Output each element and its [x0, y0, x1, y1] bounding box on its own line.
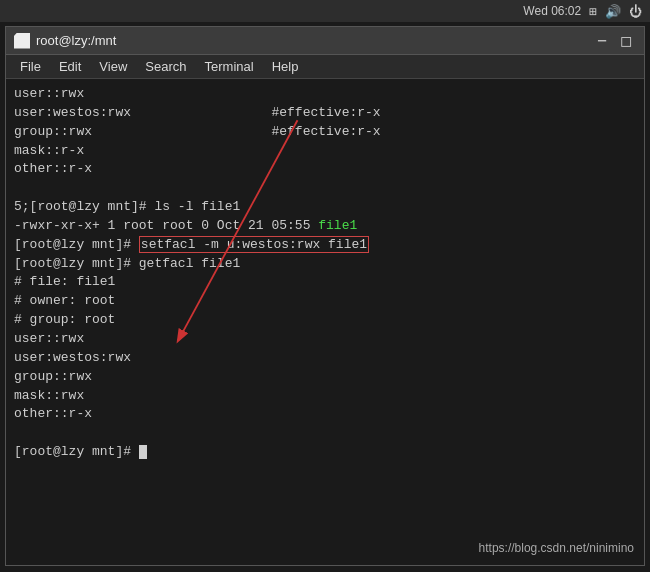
terminal-line: # group: root [14, 311, 636, 330]
terminal-line: -rwxr-xr-x+ 1 root root 0 Oct 21 05:55 f… [14, 217, 636, 236]
terminal-line [14, 424, 636, 443]
terminal-window: root@lzy:/mnt − □ File Edit View Search … [5, 26, 645, 566]
terminal-line: other::r-x [14, 160, 636, 179]
terminal-line: other::r-x [14, 405, 636, 424]
command-highlight: setfacl -m u:westos:rwx file1 [139, 236, 369, 253]
menu-file[interactable]: File [12, 57, 49, 76]
power-icon: ⏻ [629, 4, 642, 19]
titlebar-controls: − □ [592, 33, 636, 49]
terminal-line: user:westos:rwx [14, 349, 636, 368]
terminal-line: mask::rwx [14, 387, 636, 406]
terminal-line-highlight: [root@lzy mnt]# setfacl -m u:westos:rwx … [14, 236, 636, 255]
terminal-line: 5;[root@lzy mnt]# ls -l file1 [14, 198, 636, 217]
menu-help[interactable]: Help [264, 57, 307, 76]
terminal-line: user::rwx [14, 85, 636, 104]
filename-green: file1 [318, 218, 357, 233]
volume-icon: 🔊 [605, 4, 621, 19]
cursor-block [139, 445, 147, 459]
taskbar-time: Wed 06:02 [523, 4, 581, 18]
terminal-line-prompt: [root@lzy mnt]# [14, 443, 636, 462]
url-watermark: https://blog.csdn.net/ninimino [479, 540, 634, 557]
taskbar: Wed 06:02 ⊞ 🔊 ⏻ [0, 0, 650, 22]
terminal-line: user::rwx [14, 330, 636, 349]
terminal-line: group::rwx #effective:r-x [14, 123, 636, 142]
menu-view[interactable]: View [91, 57, 135, 76]
network-icon: ⊞ [589, 4, 597, 19]
menu-terminal[interactable]: Terminal [197, 57, 262, 76]
maximize-button[interactable]: □ [616, 33, 636, 49]
terminal-line: group::rwx [14, 368, 636, 387]
terminal-line: # owner: root [14, 292, 636, 311]
menubar: File Edit View Search Terminal Help [6, 55, 644, 79]
terminal-line [14, 179, 636, 198]
terminal-line: # file: file1 [14, 273, 636, 292]
titlebar-left: root@lzy:/mnt [14, 33, 116, 49]
menu-search[interactable]: Search [137, 57, 194, 76]
window-icon [14, 33, 30, 49]
terminal-line: mask::r-x [14, 142, 636, 161]
terminal-body[interactable]: user::rwx user:westos:rwx #effective:r-x… [6, 79, 644, 565]
titlebar: root@lzy:/mnt − □ [6, 27, 644, 55]
minimize-button[interactable]: − [592, 33, 612, 49]
menu-edit[interactable]: Edit [51, 57, 89, 76]
terminal-line: [root@lzy mnt]# getfacl file1 [14, 255, 636, 274]
titlebar-title: root@lzy:/mnt [36, 33, 116, 48]
terminal-line: user:westos:rwx #effective:r-x [14, 104, 636, 123]
